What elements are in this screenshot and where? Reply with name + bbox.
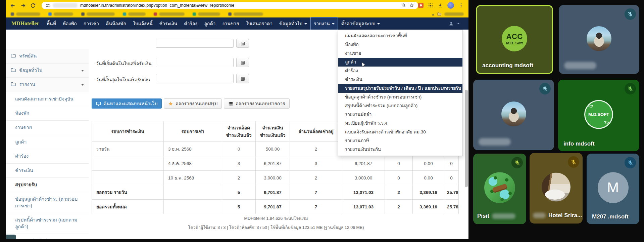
site-info-icon[interactable]	[46, 3, 50, 8]
bookmark-item[interactable]	[228, 12, 263, 16]
nav-item-rooms[interactable]: ห้องพัก	[59, 17, 80, 30]
nav-item-sales[interactable]: งานขาย	[219, 17, 242, 30]
back-icon[interactable]	[10, 3, 16, 8]
bookmark-item[interactable]	[154, 12, 185, 16]
search-button[interactable]: ค้นหาและแสดงบนหน้าเว็บ	[92, 98, 162, 109]
nav-item-customer[interactable]: ลูกค้า	[201, 17, 219, 30]
calendar-button[interactable]	[236, 58, 249, 67]
sidebar-item-deposit-report[interactable]: รายงานเงินมัดจำ	[6, 234, 89, 239]
start-date-input[interactable]	[156, 58, 234, 67]
nav-item-quotation[interactable]: ใบเสนอราคา	[242, 17, 276, 30]
extensions-puzzle-icon[interactable]	[428, 3, 433, 8]
menu-item-rooms[interactable]: ห้องพัก	[338, 40, 462, 49]
sidebar-item-income-summary[interactable]: สรุปรายรับ	[6, 178, 89, 192]
nav-menu-reports[interactable]: รายงาน	[310, 17, 338, 30]
calendar-icon	[241, 77, 245, 81]
participant-name: M207 .mdsoft	[592, 213, 629, 220]
menu-item-customers[interactable]: ลูกค้า	[338, 58, 462, 67]
avatar: <? M.D.SOFT ?>	[584, 100, 613, 129]
table-cell: 0	[444, 156, 459, 171]
export-detail-button[interactable]: ออกรายงานแบบรายการ	[224, 98, 289, 109]
zoom-icon[interactable]	[401, 3, 406, 8]
mic-muted-icon	[625, 8, 636, 20]
sidebar-item-customers[interactable]: ลูกค้า	[6, 135, 89, 150]
sidebar-item-assets[interactable]: ทรัพย์สิน	[6, 49, 89, 64]
nav-item-invoice[interactable]: ใบแจ้งหนี้	[130, 17, 156, 30]
profile-avatar[interactable]	[447, 2, 454, 9]
sidebar-item-payments[interactable]: ชำระเงิน	[6, 164, 89, 178]
bookmark-item[interactable]	[11, 12, 40, 16]
sidebar-item-requests[interactable]: คำร้อง	[6, 149, 89, 164]
app-brand[interactable]: MDHoteller	[9, 21, 43, 27]
bookmark-star-icon[interactable]	[409, 3, 414, 8]
quota-text: โควต้าผู้ใช้งาน: 3 / 3 | โควต้าห้องพัก: …	[89, 224, 463, 231]
table-row: 10 ธ.ค. 2568 2 3,000.00 2 3,000.00 0 0.0…	[92, 171, 459, 185]
menu-item-deposit-report[interactable]: รายงานมัดจำ	[338, 110, 462, 119]
menu-item-guarantee-report[interactable]: รายงานเงินประกัน	[338, 145, 462, 154]
address-bar[interactable]: mdhoteller.in.th/administrator/index.php…	[42, 2, 418, 9]
bookmark-item[interactable]	[48, 12, 73, 16]
nav-item-request[interactable]: คำร้อง	[181, 17, 201, 30]
table-total-row: ยอดรวม รายวัน 5 9,701.87 7 13,071.03 2 3…	[92, 185, 459, 200]
menu-item-payments[interactable]: ชำระเงิน	[338, 75, 462, 84]
menu-item-sales[interactable]: งานขาย	[338, 49, 462, 58]
sidebar-item-overdue-total[interactable]: สรุปหนี้ค้างชำระรวม (แยกตามลูกค้า)	[6, 213, 89, 234]
sidebar-item-general[interactable]: ข้อมูลทั่วไป	[6, 64, 89, 78]
menu-item-tax-report[interactable]: รายงานภาษี	[338, 136, 462, 145]
nav-item-area[interactable]: พื้นที่	[43, 17, 59, 30]
menu-item-overdue-customers[interactable]: ข้อมูลลูกค้าค้างชำระ (ตามรอบการเช่า)	[338, 93, 462, 102]
menu-item-requests[interactable]: คำร้อง	[338, 67, 462, 75]
calendar-button[interactable]	[236, 39, 249, 48]
sidebar-item-rooms[interactable]: ห้องพัก	[6, 106, 89, 121]
table-cell: 13,071.03	[342, 185, 385, 200]
bookmark-folder-icon[interactable]	[437, 12, 442, 16]
nav-item-rental[interactable]: การเช่า	[80, 17, 102, 30]
reload-icon[interactable]	[30, 3, 36, 8]
sidebar-item-status-map[interactable]: แผนผังสถานะการเช่าปัจจุบัน	[6, 92, 89, 107]
clipped-date-input[interactable]	[156, 39, 234, 48]
sidebar-item-overdue-customers[interactable]: ข้อมูลลูกค้าค้างชำระ (ตามรอบการเช่า)	[6, 192, 89, 213]
user-menu[interactable]	[449, 21, 465, 26]
extension-icon[interactable]	[418, 3, 424, 8]
downloads-icon[interactable]	[438, 3, 443, 8]
participant-tile[interactable]	[473, 80, 554, 150]
bookmark-folder-label[interactable]	[444, 12, 464, 16]
column-header: รอบการชำระเงิน	[92, 121, 164, 142]
url-text: mdhoteller.in.th/administrator/index.php…	[80, 3, 234, 8]
mic-muted-icon	[568, 156, 579, 168]
table-cell: 3	[290, 156, 342, 171]
menu-item-tm30[interactable]: แบบแจ้งรับคนต่างด้าวเข้าพักอาศัย ตม.30	[338, 128, 462, 136]
sidebar-item-sales[interactable]: งานขาย	[6, 121, 89, 135]
forward-icon[interactable]	[20, 3, 26, 8]
folder-icon	[11, 53, 16, 58]
participant-tile-info[interactable]: <? M.D.SOFT ?> info mdsoft	[558, 80, 639, 151]
sidebar-item-reports[interactable]: รายงาน	[6, 78, 89, 92]
menu-kebab-icon[interactable]	[458, 3, 464, 8]
calendar-button[interactable]	[236, 74, 249, 83]
bookmark-item[interactable]	[193, 12, 220, 16]
participant-tile-pisit[interactable]: Pisit	[473, 154, 526, 224]
scrollbar-thumb[interactable]	[465, 90, 468, 187]
menu-item-guest-register[interactable]: ทะเบียนผู้เข้าพัก ร.ร.4	[338, 119, 462, 128]
table-cell: 0	[444, 171, 459, 185]
nav-menu-general[interactable]: ข้อมูลทั่วไป	[276, 17, 310, 30]
bookmark-item[interactable]	[123, 12, 146, 16]
menu-item-area-status-map[interactable]: แผนผังแสดงสถานะการเช่าพื้นที่	[338, 32, 462, 40]
participant-name: Hotel Srira...	[548, 212, 582, 219]
nav-item-payment[interactable]: ชำระเงิน	[156, 17, 181, 30]
end-date-input[interactable]	[156, 74, 234, 83]
bookmarks-overflow-chevron[interactable]: »	[432, 12, 434, 17]
bookmark-item[interactable]	[81, 12, 115, 16]
participant-tile-hotel[interactable]: Hotel Srira...	[530, 153, 583, 224]
menu-item-overdue-total[interactable]: สรุปหนี้ค้างชำระรวม (แยกตามลูกค้า)	[338, 102, 462, 110]
participant-tile-accounting[interactable]: ACC M.D. Soft accounting mdsoft	[476, 5, 553, 74]
export-summary-button[interactable]: ออกรายงานแบบสรุป	[164, 98, 222, 109]
calendar-icon	[241, 61, 245, 65]
menu-item-income-summary[interactable]: รายงานสรุปรายรับประจำวัน / เดือน / ปี / …	[338, 84, 462, 93]
nav-item-checkout[interactable]: คืนห้องพัก	[102, 17, 130, 30]
nav-menu-settings[interactable]: ตั้งค่าข้อมูลระบบ	[338, 17, 384, 30]
participant-tile-m207[interactable]: M M207 .mdsoft	[587, 154, 639, 224]
participant-tile[interactable]	[559, 5, 639, 74]
column-header: จำนวนล็อค ชำระเงินแล้ว	[222, 121, 256, 142]
participant-name: accounting mdsoft	[482, 62, 533, 69]
